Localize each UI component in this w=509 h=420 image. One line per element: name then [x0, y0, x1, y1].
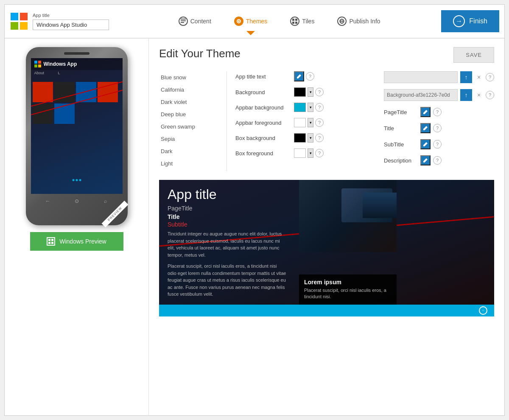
phone-nav: About L	[31, 70, 123, 76]
description-edit-button[interactable]	[420, 155, 431, 165]
tiles-tab-icon	[290, 17, 299, 26]
logo-area: App title	[10, 12, 109, 31]
svg-rect-11	[292, 22, 294, 24]
box-bg-label: Box background	[235, 135, 291, 141]
background-dropdown[interactable]: ▾	[308, 87, 313, 97]
bg-upload-button[interactable]: ↑	[460, 89, 472, 101]
bg-field-help-icon[interactable]: ?	[486, 91, 494, 99]
box-fg-control: ▾ ?	[294, 148, 324, 158]
title-edit-button[interactable]	[420, 123, 431, 133]
appbar-bg-control: ▾ ?	[294, 103, 324, 112]
theme-item-deep-blue[interactable]: Deep blue	[159, 108, 218, 120]
phone-tile-6	[54, 104, 75, 124]
tab-content-label: Content	[190, 18, 211, 25]
svg-rect-17	[38, 61, 41, 64]
empty-field-help-icon[interactable]: ?	[486, 73, 494, 81]
description-help-icon[interactable]: ?	[433, 156, 442, 165]
phone-dot-2	[76, 179, 78, 181]
svg-rect-3	[20, 22, 28, 30]
title-help-icon[interactable]: ?	[433, 124, 442, 132]
page-title-help-icon[interactable]: ?	[433, 108, 442, 116]
empty-text-input[interactable]	[384, 71, 458, 83]
app-title-text-label: App title text	[235, 73, 291, 80]
empty-close-button[interactable]: ×	[475, 73, 483, 81]
controls-area: App title text ? Background	[227, 71, 384, 171]
background-help-icon[interactable]: ?	[315, 88, 324, 96]
theme-item-blue-snow[interactable]: Blue snow	[159, 71, 218, 84]
theme-item-light[interactable]: Light	[159, 157, 218, 170]
page-title-edit-button[interactable]	[420, 107, 431, 117]
box-bg-swatch	[294, 133, 306, 143]
description-edit-icon	[422, 157, 428, 163]
tab-themes[interactable]: Themes	[229, 14, 273, 28]
theme-item-sepia[interactable]: Sepia	[159, 133, 218, 145]
title-prop-label: Title	[384, 125, 418, 132]
box-fg-swatch	[294, 148, 306, 158]
subtitle-edit-button[interactable]	[420, 139, 431, 149]
phone-dot-1	[72, 179, 74, 181]
phone-bottom-buttons: ← ⊙ ⌕	[31, 196, 123, 207]
box-bg-dropdown[interactable]: ▾	[308, 133, 313, 143]
svg-rect-23	[51, 242, 53, 244]
box-fg-help-icon[interactable]: ?	[315, 149, 324, 157]
nav-tabs: Content Themes	[117, 14, 441, 28]
appbar-fg-label: Appbar foreground	[235, 120, 291, 126]
box-bg-help-icon[interactable]: ?	[315, 134, 324, 142]
preview-app-title: App title	[168, 187, 286, 202]
svg-rect-10	[295, 19, 297, 21]
svg-rect-2	[11, 22, 18, 30]
svg-rect-16	[34, 61, 37, 64]
appbar-bg-help-icon[interactable]: ?	[315, 103, 324, 112]
app-title-text-row: App title text ?	[235, 71, 375, 81]
subtitle-edit-icon	[422, 141, 428, 147]
svg-rect-9	[292, 19, 294, 21]
theme-list: Blue snow California Dark violet Deep bl…	[159, 71, 227, 171]
finish-button[interactable]: → Finish	[441, 10, 499, 32]
theme-item-dark[interactable]: Dark	[159, 145, 218, 157]
tab-themes-label: Themes	[246, 18, 268, 25]
box-fg-dropdown[interactable]: ▾	[308, 148, 313, 158]
theme-item-green-swamp[interactable]: Green swamp	[159, 120, 218, 133]
preview-lorem-title: Lorem ipsum	[304, 279, 392, 286]
subtitle-help-icon[interactable]: ?	[433, 140, 442, 148]
finish-label: Finish	[469, 17, 487, 25]
app-title-help-icon[interactable]: ?	[306, 72, 314, 81]
preview-page-title: PageTitle	[168, 205, 286, 212]
appbar-fg-help-icon[interactable]: ?	[315, 118, 324, 127]
bg-text-input[interactable]	[384, 89, 458, 101]
svg-rect-4	[181, 19, 186, 20]
edit-icon	[296, 73, 302, 79]
preview-content: App title PageTitle Title Subtitle Tinci…	[159, 180, 295, 305]
background-control: ▾ ?	[294, 87, 324, 97]
empty-upload-button[interactable]: ↑	[460, 71, 472, 83]
theme-item-california[interactable]: California	[159, 84, 218, 96]
description-prop-row: Description ?	[384, 155, 494, 165]
svg-rect-5	[181, 20, 186, 21]
bg-close-button[interactable]: ×	[475, 91, 483, 99]
box-bg-row: Box background ▾ ?	[235, 133, 375, 143]
app-title-input[interactable]	[33, 20, 109, 30]
windows-preview-button[interactable]: Windows Preview	[30, 232, 123, 251]
appbar-bg-swatch	[294, 103, 306, 112]
windows-preview-icon	[47, 237, 55, 246]
appbar-bg-dropdown[interactable]: ▾	[308, 103, 313, 112]
appbar-fg-dropdown[interactable]: ▾	[308, 118, 313, 127]
phone-screen: Windows App About L	[31, 58, 123, 194]
themes-tab-icon	[234, 17, 243, 26]
tab-tiles-label: Tiles	[302, 18, 314, 25]
svg-rect-19	[38, 64, 41, 67]
tab-tiles[interactable]: Tiles	[285, 14, 319, 28]
theme-item-dark-violet[interactable]: Dark violet	[159, 96, 218, 108]
left-panel: Windows App About L	[5, 39, 149, 415]
preview-box: App title PageTitle Title Subtitle Tinci…	[159, 180, 494, 316]
tab-content[interactable]: Content	[173, 14, 216, 28]
tab-publish[interactable]: Publish Info	[332, 14, 385, 28]
appbar-bg-label: Appbar background	[235, 104, 291, 111]
app-title-area: App title	[33, 13, 109, 30]
page-title-prop-row: PageTitle ?	[384, 107, 494, 117]
app-title-edit-button[interactable]	[294, 71, 304, 81]
box-bg-control: ▾ ?	[294, 133, 324, 143]
svg-rect-1	[20, 13, 28, 20]
appbar-fg-swatch	[294, 118, 306, 127]
save-button[interactable]: SAVE	[453, 47, 494, 63]
